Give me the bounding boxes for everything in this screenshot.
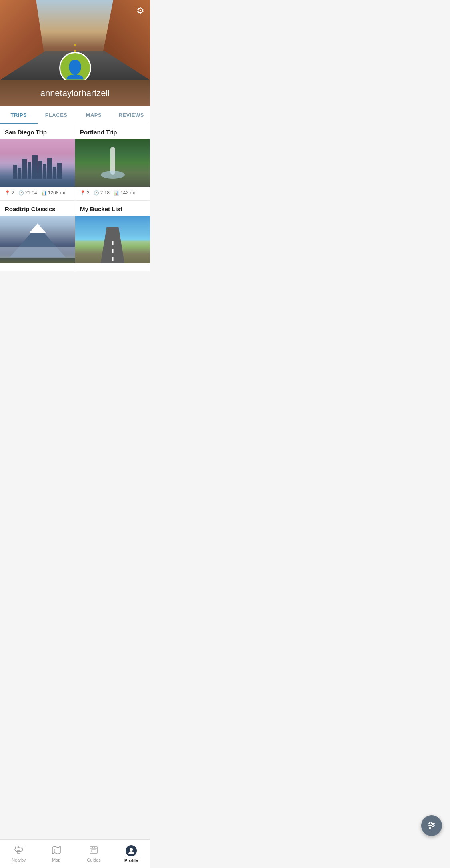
trip-meta-portland: 📍 2 🕐 2:18 📊 142 mi	[75, 187, 150, 200]
places-count: 📍 2	[5, 190, 14, 196]
avatar-container: 👤	[59, 52, 91, 80]
trip-image-portland	[75, 139, 150, 187]
time-display: 🕐 21:04	[18, 190, 37, 196]
trip-title-bucketlist: My Bucket List	[75, 201, 150, 216]
skyline	[0, 155, 75, 179]
clock-icon: 🕐	[94, 190, 99, 196]
trip-card-portland[interactable]: Portland Trip 📍 2 🕐 2:18 📊 142 mi	[75, 124, 150, 200]
trip-card-roadtrip[interactable]: Roadtrip Classics	[0, 201, 75, 271]
time-display: 🕐 2:18	[94, 190, 110, 196]
gear-button[interactable]: ⚙	[136, 6, 144, 16]
pin-icon: 📍	[5, 190, 10, 196]
trip-image-bucketlist	[75, 216, 150, 263]
trip-meta-roadtrip	[0, 263, 75, 271]
trip-image-san-diego	[0, 139, 75, 187]
tab-maps[interactable]: MAPS	[75, 106, 113, 124]
mountain-snow	[29, 223, 46, 233]
username-label: annetaylorhartzell	[6, 88, 144, 98]
tab-reviews[interactable]: REVIEWS	[112, 106, 150, 124]
avatar-person-icon: 👤	[64, 61, 86, 78]
trip-title-san-diego: San Diego Trip	[0, 124, 75, 139]
trip-card-san-diego[interactable]: San Diego Trip 📍 2	[0, 124, 75, 200]
hero-section: ⚙ 👤	[0, 0, 150, 80]
distance-display: 📊 1268 mi	[41, 190, 65, 196]
pin-icon: 📍	[80, 190, 86, 196]
waterfall-pool	[101, 171, 125, 179]
trips-grid: San Diego Trip 📍 2	[0, 124, 150, 271]
tab-trips[interactable]: TRIPS	[0, 106, 38, 124]
trip-title-roadtrip: Roadtrip Classics	[0, 201, 75, 216]
road2-line	[112, 237, 113, 261]
mountain-fog	[0, 247, 75, 258]
tab-places[interactable]: PLACES	[38, 106, 75, 124]
trip-meta-san-diego: 📍 2 🕐 21:04 📊 1268 mi	[0, 187, 75, 200]
distance-display: 📊 142 mi	[114, 190, 135, 196]
tabs-bar: TRIPS PLACES MAPS REVIEWS	[0, 106, 150, 124]
username-area: annetaylorhartzell	[0, 80, 150, 106]
chart-icon: 📊	[114, 190, 119, 196]
clock-icon: 🕐	[18, 190, 24, 196]
chart-icon: 📊	[41, 190, 47, 196]
page-content: TRIPS PLACES MAPS REVIEWS San Diego Trip	[0, 106, 150, 303]
trip-title-portland: Portland Trip	[75, 124, 150, 139]
trip-meta-bucketlist	[75, 263, 150, 271]
avatar[interactable]: 👤	[59, 52, 91, 80]
trip-card-bucketlist[interactable]: My Bucket List	[75, 201, 150, 271]
places-count: 📍 2	[80, 190, 90, 196]
trip-image-roadtrip	[0, 216, 75, 263]
